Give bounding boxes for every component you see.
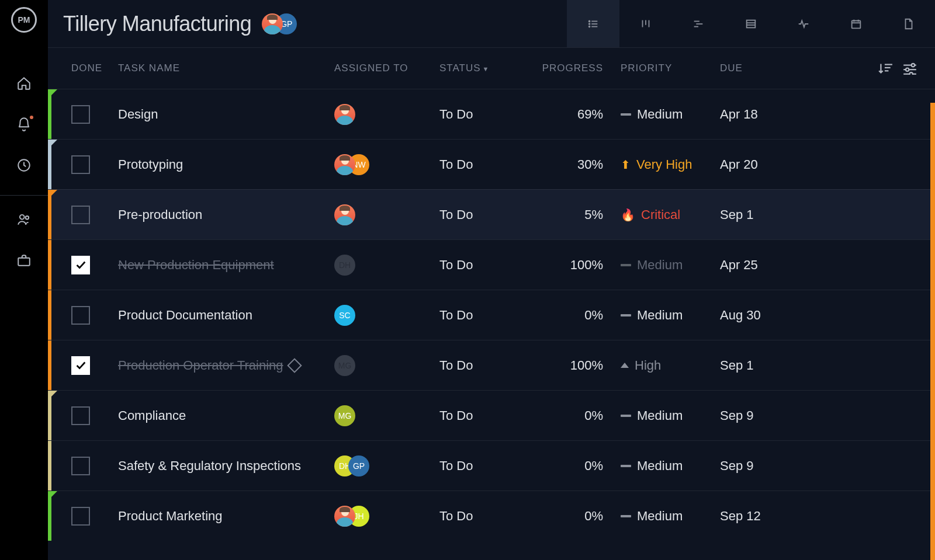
done-checkbox[interactable] xyxy=(71,406,90,425)
recent-icon[interactable] xyxy=(16,158,32,173)
assignees[interactable]: JH xyxy=(334,506,439,527)
task-name[interactable]: Prototyping xyxy=(118,157,183,172)
activity-view-tab[interactable] xyxy=(777,0,830,47)
avatar[interactable] xyxy=(262,13,283,34)
avatar[interactable] xyxy=(334,104,355,125)
task-status[interactable]: To Do xyxy=(439,207,533,222)
list-view-tab[interactable] xyxy=(567,0,619,47)
assignees[interactable]: NW xyxy=(334,154,439,175)
table-view-tab[interactable] xyxy=(725,0,777,47)
task-priority[interactable]: Medium xyxy=(621,408,720,423)
task-row[interactable]: ComplianceMGTo Do0%MediumSep 9 xyxy=(48,390,935,440)
task-name[interactable]: Product Documentation xyxy=(118,308,252,323)
assignees[interactable]: MG xyxy=(334,355,439,376)
col-name-header[interactable]: TASK NAME xyxy=(118,62,334,74)
task-status[interactable]: To Do xyxy=(439,358,533,373)
app-logo[interactable]: PM xyxy=(11,7,37,33)
task-priority[interactable]: Medium xyxy=(621,509,720,524)
filter-icon[interactable] xyxy=(902,62,917,75)
priority-medium-icon xyxy=(621,515,631,517)
task-priority[interactable]: Medium xyxy=(621,258,720,273)
task-status[interactable]: To Do xyxy=(439,258,533,273)
svg-rect-3 xyxy=(18,258,30,266)
col-assigned-header[interactable]: ASSIGNED TO xyxy=(334,62,439,74)
task-name[interactable]: Safety & Regulatory Inspections xyxy=(118,458,301,474)
briefcase-icon[interactable] xyxy=(16,253,32,268)
done-checkbox[interactable] xyxy=(71,105,90,124)
task-priority[interactable]: 🔥Critical xyxy=(621,207,720,222)
svg-point-29 xyxy=(906,68,909,71)
assignees[interactable]: DH xyxy=(334,255,439,276)
task-name[interactable]: Product Marketing xyxy=(118,509,223,524)
task-status[interactable]: To Do xyxy=(439,308,533,323)
task-due[interactable]: Sep 1 xyxy=(720,358,796,373)
avatar[interactable]: DH xyxy=(334,255,355,276)
assignees[interactable]: DHGP xyxy=(334,455,439,476)
gantt-view-tab[interactable] xyxy=(672,0,725,47)
done-checkbox[interactable] xyxy=(71,356,90,375)
task-status[interactable]: To Do xyxy=(439,107,533,122)
col-priority-header[interactable]: PRIORITY xyxy=(621,62,720,74)
done-checkbox[interactable] xyxy=(71,507,90,526)
people-icon[interactable] xyxy=(16,212,32,227)
board-view-tab[interactable] xyxy=(619,0,672,47)
task-due[interactable]: Apr 20 xyxy=(720,157,796,172)
calendar-view-tab[interactable] xyxy=(830,0,882,47)
avatar[interactable] xyxy=(334,506,355,527)
avatar[interactable] xyxy=(334,204,355,225)
task-status[interactable]: To Do xyxy=(439,408,533,423)
col-done-header[interactable]: DONE xyxy=(71,62,118,74)
avatar[interactable]: MG xyxy=(334,355,355,376)
task-row[interactable]: Product MarketingJHTo Do0%MediumSep 12 xyxy=(48,491,935,541)
assignees[interactable]: MG xyxy=(334,405,439,426)
col-due-header[interactable]: DUE xyxy=(720,62,796,74)
task-name[interactable]: Compliance xyxy=(118,408,186,423)
task-priority[interactable]: Medium xyxy=(621,107,720,122)
file-view-tab[interactable] xyxy=(882,0,935,47)
task-due[interactable]: Aug 30 xyxy=(720,308,796,323)
task-row[interactable]: Pre-productionTo Do5%🔥CriticalSep 1 xyxy=(48,189,935,239)
task-status[interactable]: To Do xyxy=(439,157,533,172)
task-row[interactable]: Production Operator TrainingMGTo Do100%H… xyxy=(48,340,935,390)
task-row[interactable]: New Production EquipmentDHTo Do100%Mediu… xyxy=(48,239,935,290)
svg-point-6 xyxy=(589,23,590,25)
task-row[interactable]: Safety & Regulatory InspectionsDHGPTo Do… xyxy=(48,440,935,491)
task-name[interactable]: Pre-production xyxy=(118,207,202,222)
task-row[interactable]: DesignTo Do69%MediumApr 18 xyxy=(48,89,935,139)
avatar[interactable]: MG xyxy=(334,405,355,426)
sort-icon[interactable] xyxy=(878,62,893,75)
task-status[interactable]: To Do xyxy=(439,509,533,524)
done-checkbox[interactable] xyxy=(71,457,90,475)
done-checkbox[interactable] xyxy=(71,206,90,224)
assignees[interactable]: SC xyxy=(334,305,439,326)
task-priority[interactable]: ⬆Very High xyxy=(621,157,720,172)
task-row[interactable]: PrototypingNWTo Do30%⬆Very HighApr 20 xyxy=(48,139,935,189)
avatar[interactable]: SC xyxy=(334,305,355,326)
done-checkbox[interactable] xyxy=(71,256,90,274)
project-members[interactable]: GP xyxy=(262,13,297,34)
task-row[interactable]: Product DocumentationSCTo Do0%MediumAug … xyxy=(48,290,935,340)
task-due[interactable]: Apr 25 xyxy=(720,258,796,273)
task-status[interactable]: To Do xyxy=(439,458,533,474)
task-priority[interactable]: Medium xyxy=(621,308,720,323)
task-name[interactable]: Design xyxy=(118,107,158,122)
task-priority[interactable]: Medium xyxy=(621,458,720,474)
notifications-icon[interactable] xyxy=(16,117,32,132)
assignees[interactable] xyxy=(334,204,439,225)
task-name[interactable]: Production Operator Training xyxy=(118,358,283,373)
col-progress-header[interactable]: PROGRESS xyxy=(533,62,621,74)
avatar[interactable] xyxy=(334,154,355,175)
avatar[interactable]: GP xyxy=(348,455,369,476)
task-due[interactable]: Sep 9 xyxy=(720,458,796,474)
task-priority[interactable]: High xyxy=(621,358,720,373)
assignees[interactable] xyxy=(334,104,439,125)
home-icon[interactable] xyxy=(16,76,32,91)
done-checkbox[interactable] xyxy=(71,155,90,174)
task-due[interactable]: Sep 9 xyxy=(720,408,796,423)
task-due[interactable]: Apr 18 xyxy=(720,107,796,122)
task-name[interactable]: New Production Equipment xyxy=(118,258,274,273)
done-checkbox[interactable] xyxy=(71,306,90,325)
task-due[interactable]: Sep 12 xyxy=(720,509,796,524)
col-status-header[interactable]: STATUS▼ xyxy=(439,62,533,74)
task-due[interactable]: Sep 1 xyxy=(720,207,796,222)
